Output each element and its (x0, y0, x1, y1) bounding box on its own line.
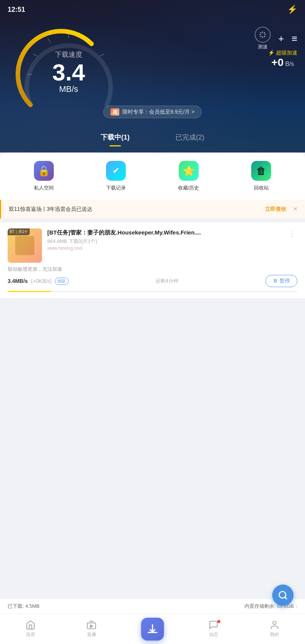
svg-line-2 (48, 39, 51, 43)
main-content: 12:51 ⚡ 测速 + ≡ ⚡ 超级加速 +0 B/s (0, 0, 305, 535)
private-space-icon: 🔒 (34, 161, 54, 181)
boost-unit: B/s (285, 61, 294, 67)
nav-item-profile[interactable]: 我的 (244, 617, 305, 641)
storage-info[interactable]: 内置存储剩余: 69.6GB › (244, 603, 297, 610)
file-thumbnail: BT｜共1个 (8, 228, 42, 263)
status-bar: 12:51 ⚡ (0, 0, 305, 18)
promo-banner[interactable]: 惠 限时专享：会员低至9.9元/月 > (103, 106, 202, 118)
speed-unit: MB/s (59, 84, 78, 94)
file-info: [BT任务]管家：妻子的朋友.Housekeeper.My.Wifes.Frie… (47, 228, 281, 251)
super-speed-label: ⚡ 超级加速 (268, 50, 297, 56)
gauge-text: 下载速度 3.4 MB/s (52, 50, 85, 94)
download-list: BT｜共1个 [BT任务]管家：妻子的朋友.Housekeeper.My.Wif… (0, 222, 305, 299)
qa-private-label: 私人空间 (34, 185, 54, 191)
remaining-time: 还剩4分钟 (156, 278, 178, 284)
download-progress-row: 3.4MB/s (+0KB/s) 组队 还剩4分钟 ⏸ 暂停 (8, 275, 297, 287)
top-controls: 测速 + ≡ (255, 27, 297, 50)
download-center-icon (147, 623, 158, 635)
nav-download-button[interactable] (141, 618, 164, 641)
svg-line-5 (100, 54, 104, 56)
tabs-section: 下载中(1) 已完成(2) (0, 130, 305, 145)
tab-completed[interactable]: 已完成(2) (152, 130, 227, 145)
speed-info: 3.4MB/s (+0KB/s) 组队 (8, 278, 69, 285)
file-meta: 864.8MB 下载0(共1个) (47, 238, 281, 245)
header-section: 12:51 ⚡ 测速 + ≡ ⚡ 超级加速 +0 B/s (0, 0, 305, 153)
nav-item-activity[interactable]: 动态 (183, 617, 244, 641)
qa-favorites[interactable]: ⭐ 收藏/历史 (178, 161, 199, 191)
promo-tag: 惠 (111, 108, 119, 116)
search-fab[interactable] (272, 585, 294, 606)
svg-line-1 (33, 54, 37, 56)
download-item-header: BT｜共1个 [BT任务]管家：妻子的朋友.Housekeeper.My.Wif… (8, 228, 297, 263)
recycle-bin-icon: 🗑 (251, 161, 271, 181)
bt-badge: BT｜共1个 (8, 228, 30, 235)
quick-access-section: 🔒 私人空间 ✔ 下载记录 ⭐ 收藏/历史 🗑 回收站 (0, 153, 305, 200)
boost-value: +0 (271, 56, 284, 68)
speed-test-button[interactable]: 测速 (255, 27, 271, 50)
speed-value: 3.4 (52, 61, 85, 84)
qa-download-label: 下载记录 (106, 185, 126, 191)
lightning-icon: ⚡ (287, 5, 297, 14)
tab-downloading[interactable]: 下载中(1) (78, 130, 152, 145)
menu-button[interactable]: ≡ (292, 33, 297, 45)
profile-icon (270, 620, 279, 630)
nav-label-activity: 动态 (209, 631, 218, 638)
speed-test-icon (255, 27, 271, 43)
progress-bar-container (8, 291, 297, 292)
speed-label: 下载速度 (52, 50, 85, 59)
notification-action-button[interactable]: 立即查收 (265, 206, 286, 213)
pause-button[interactable]: ⏸ 暂停 (265, 275, 297, 287)
downloaded-text: 已下载: 4.5MB (8, 603, 40, 610)
add-button[interactable]: + (278, 33, 284, 45)
file-count: 下载0(共1个) (69, 238, 97, 244)
bottom-status-bar: 已下载: 4.5MB 内置存储剩余: 69.6GB › (0, 599, 305, 613)
status-time: 12:51 (8, 6, 25, 14)
notification-text: 双11惊喜返场丨3年迅雷会员已送达 (9, 206, 92, 213)
notification-banner: 双11惊喜返场丨3年迅雷会员已送达 立即查收 × (0, 200, 305, 218)
speed-test-label: 测速 (258, 43, 268, 50)
nav-item-home[interactable]: 迅雷 (0, 617, 61, 641)
qa-private-space[interactable]: 🔒 私人空间 (34, 161, 54, 191)
nav-label-home: 迅雷 (26, 631, 35, 638)
sensitive-warning: 疑似敏感资源，无法加速 (8, 266, 297, 273)
download-item: BT｜共1个 [BT任务]管家：妻子的朋友.Housekeeper.My.Wif… (0, 222, 305, 299)
empty-area (0, 302, 305, 474)
nav-label-live: 直播 (87, 631, 96, 638)
notification-close-button[interactable]: × (293, 205, 297, 213)
notification-actions: 立即查收 × (265, 205, 297, 213)
super-speed-section: ⚡ 超级加速 +0 B/s (268, 50, 297, 69)
boost-display: +0 B/s (268, 56, 297, 69)
watermark: www.moxing.cool (47, 246, 281, 251)
nav-center-container (122, 618, 183, 641)
qa-download-history[interactable]: ✔ 下载记录 (106, 161, 126, 191)
boost-speed: (+0KB/s) (31, 278, 52, 284)
file-size: 864.8MB (47, 238, 67, 244)
home-icon (26, 620, 35, 630)
status-icons: ⚡ (287, 5, 297, 14)
promo-text: 限时专享：会员低至9.9元/月 > (122, 109, 194, 116)
live-icon (87, 620, 96, 630)
file-thumb-square (15, 236, 34, 255)
progress-bar-fill (8, 291, 51, 292)
chevron-right-icon: › (295, 603, 297, 610)
qa-favorites-label: 收藏/历史 (178, 185, 199, 191)
more-options-button[interactable]: ⋮ (287, 228, 297, 238)
nav-label-profile: 我的 (270, 631, 279, 638)
qa-recycle-label: 回收站 (254, 185, 269, 191)
current-speed: 3.4MB/s (8, 278, 28, 284)
favorites-icon: ⭐ (179, 161, 199, 181)
download-history-icon: ✔ (106, 161, 126, 181)
svg-point-10 (273, 621, 276, 625)
qa-recycle-bin[interactable]: 🗑 回收站 (251, 161, 271, 191)
file-name: [BT任务]管家：妻子的朋友.Housekeeper.My.Wifes.Frie… (47, 228, 281, 236)
nav-item-live[interactable]: 直播 (61, 617, 122, 641)
svg-line-7 (285, 597, 287, 599)
group-badge[interactable]: 组队 (55, 278, 69, 285)
bottom-navigation: 迅雷 直播 动态 我的 (0, 613, 305, 644)
activity-notification-dot (217, 620, 220, 623)
svg-marker-9 (90, 625, 93, 628)
